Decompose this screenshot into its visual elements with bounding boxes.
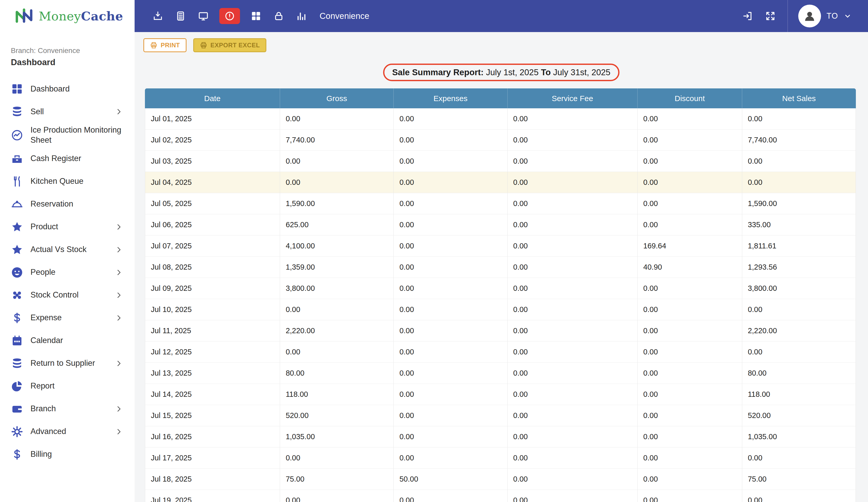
table-row: Jul 18, 202575.0050.000.000.0075.00 [145, 469, 856, 490]
sidebar-item-people[interactable]: People [11, 261, 135, 284]
export-excel-button[interactable]: EXPORT EXCEL [193, 38, 266, 52]
table-cell: 0.00 [742, 299, 856, 320]
sidebar-item-report[interactable]: Report [11, 375, 135, 398]
coins-icon [11, 106, 23, 118]
table-cell: 0.00 [394, 320, 507, 341]
column-header: Net Sales [742, 88, 856, 108]
sidebar-item-product[interactable]: Product [11, 215, 135, 238]
grid-icon[interactable] [249, 9, 263, 23]
sidebar-item-actual-vs-stock[interactable]: Actual Vs Stock [11, 238, 135, 261]
sidebar-item-reservation[interactable]: Reservation [11, 193, 135, 215]
table-cell: 0.00 [742, 108, 856, 130]
table-cell: 0.00 [638, 341, 742, 363]
topbar: MoneyCache Convenience TO [0, 0, 868, 32]
table-cell: 0.00 [280, 299, 394, 320]
signin-icon[interactable] [741, 9, 754, 23]
table-cell: 0.00 [394, 448, 507, 469]
sidebar-item-label: Expense [30, 313, 108, 323]
table-cell: 0.00 [394, 214, 507, 235]
table-cell: 0.00 [638, 363, 742, 384]
table-cell: 0.00 [638, 278, 742, 299]
table-cell: 0.00 [394, 299, 507, 320]
print-button[interactable]: PRINT [143, 38, 187, 52]
table-cell: 4,100.00 [280, 235, 394, 257]
column-header: Date [145, 88, 280, 108]
table-row: Jul 17, 20250.000.000.000.000.00 [145, 448, 856, 469]
table-row: Jul 01, 20250.000.000.000.000.00 [145, 108, 856, 130]
table-cell: 0.00 [508, 469, 638, 490]
coins-icon [11, 357, 23, 370]
expand-icon[interactable] [764, 9, 777, 23]
table-cell: 75.00 [280, 469, 394, 490]
calendar-icon [11, 334, 23, 347]
table-cell: 1,293.56 [742, 257, 856, 278]
export-excel-button-label: EXPORT EXCEL [210, 42, 260, 49]
table-cell: 75.00 [742, 469, 856, 490]
table-cell: 0.00 [508, 108, 638, 130]
logo[interactable]: MoneyCache [0, 0, 135, 32]
sidebar-item-label: Report [30, 381, 123, 391]
moneycache-logo-icon [14, 7, 34, 26]
report-title: Sale Summary Report: July 1st, 2025 To J… [383, 63, 619, 81]
table-cell: 50.00 [394, 469, 507, 490]
table-row: Jul 12, 20250.000.000.000.000.00 [145, 341, 856, 363]
table-cell: 0.00 [280, 448, 394, 469]
sidebar-section-title: Dashboard [11, 57, 135, 67]
table-cell: 0.00 [508, 151, 638, 172]
sidebar-item-cash-register[interactable]: Cash Register [11, 147, 135, 170]
sidebar-item-dashboard[interactable]: Dashboard [11, 78, 135, 100]
sidebar-item-label: Kitchen Queue [30, 176, 123, 187]
table-cell: 0.00 [280, 490, 394, 502]
chevron-right-icon [115, 314, 123, 322]
user-menu[interactable]: TO [798, 4, 852, 27]
chevron-right-icon [115, 360, 123, 367]
table-cell: 0.00 [508, 299, 638, 320]
sale-summary-table-wrap: DateGrossExpensesService FeeDiscountNet … [145, 88, 856, 502]
chevron-right-icon [115, 223, 123, 231]
table-cell: Jul 11, 2025 [145, 320, 280, 341]
table-cell: 0.00 [508, 130, 638, 151]
table-cell: 0.00 [508, 405, 638, 426]
table-cell: 0.00 [394, 384, 507, 405]
table-cell: 0.00 [638, 172, 742, 193]
table-cell: 0.00 [508, 214, 638, 235]
sidebar-item-branch[interactable]: Branch [11, 398, 135, 420]
sidebar-item-expense[interactable]: Expense [11, 307, 135, 329]
sidebar-item-ice-production-monitoring-sheet[interactable]: Ice Production Monitoring Sheet [11, 123, 135, 147]
table-cell: 0.00 [394, 235, 507, 257]
report-connector: To [541, 68, 551, 77]
table-cell: 7,740.00 [280, 130, 394, 151]
sidebar-item-billing[interactable]: Billing [11, 443, 135, 466]
download-icon[interactable] [151, 9, 165, 23]
print-button-label: PRINT [161, 42, 180, 49]
column-header: Expenses [394, 88, 507, 108]
report-title-wrap: Sale Summary Report: July 1st, 2025 To J… [135, 63, 868, 81]
table-cell: 1,811.61 [742, 235, 856, 257]
table-cell: 0.00 [638, 108, 742, 130]
lock-icon[interactable] [272, 9, 286, 23]
monitor-icon[interactable] [197, 9, 210, 23]
user-icon [803, 9, 817, 23]
sidebar-item-sell[interactable]: Sell [11, 100, 135, 123]
chevron-right-icon [115, 108, 123, 116]
calculator-icon[interactable] [174, 9, 187, 23]
table-header-row: DateGrossExpensesService FeeDiscountNet … [145, 88, 856, 108]
topbar-right-icons [741, 9, 777, 23]
table-cell: 0.00 [394, 363, 507, 384]
sidebar-item-return-to-supplier[interactable]: Return to Supplier [11, 352, 135, 375]
table-cell: 335.00 [742, 214, 856, 235]
table-cell: 0.00 [742, 448, 856, 469]
sidebar-item-stock-control[interactable]: Stock Control [11, 284, 135, 307]
table-cell: 1,035.00 [742, 426, 856, 448]
alert-icon[interactable] [219, 8, 240, 24]
sidebar-item-advanced[interactable]: Advanced [11, 420, 135, 443]
table-cell: 0.00 [638, 130, 742, 151]
chart-icon[interactable] [295, 9, 308, 23]
brand-part-money: Money [39, 9, 81, 23]
table-row: Jul 02, 20257,740.000.000.000.007,740.00 [145, 130, 856, 151]
sidebar-item-calendar[interactable]: Calendar [11, 329, 135, 352]
sidebar-item-kitchen-queue[interactable]: Kitchen Queue [11, 170, 135, 193]
sidebar-item-label: Return to Supplier [30, 358, 108, 368]
sidebar-item-label: Sell [30, 107, 108, 117]
topbar-right: TO [741, 0, 868, 32]
